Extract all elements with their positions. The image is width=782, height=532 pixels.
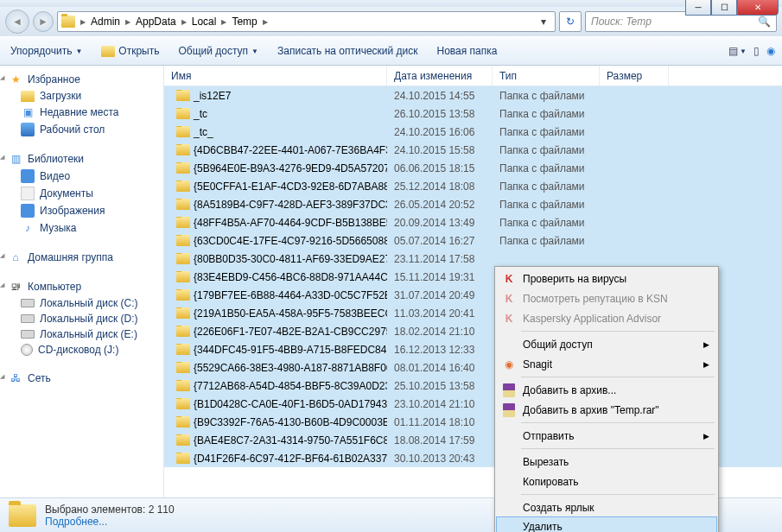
open-button[interactable]: Открыть [98,43,162,59]
table-row[interactable]: _tc_24.10.2015 16:06Папка с файлами [164,123,782,141]
new-folder-button[interactable]: Новая папка [434,43,501,59]
folder-icon [176,217,190,228]
column-headers: Имя Дата изменения Тип Размер [164,66,782,86]
folder-icon [176,344,190,355]
close-button[interactable]: ✕ [737,0,779,16]
table-row[interactable]: {5E0CFFA1-E1AF-4CD3-92E8-6D7ABA881...25.… [164,177,782,195]
file-name: {83E4EBD9-C456-4BC6-88D8-971AA44CC2... [194,271,387,283]
column-date[interactable]: Дата изменения [387,66,493,86]
search-icon: 🔍 [758,16,771,28]
file-date: 23.10.2014 21:10 [387,398,493,410]
ctx-add-archive[interactable]: Добавить в архив... [497,380,716,400]
back-button[interactable]: ◄ [5,10,29,34]
help-button[interactable]: ◉ [766,45,775,57]
burn-button[interactable]: Записать на оптический диск [274,43,422,59]
table-row[interactable]: _is12E724.10.2015 14:55Папка с файлами [164,86,782,104]
file-date: 08.01.2014 16:40 [387,362,493,374]
sidebar-libraries[interactable]: ▥Библиотеки [0,150,163,168]
sidebar-item-desktop[interactable]: Рабочий стол [0,121,163,138]
column-size[interactable]: Размер [600,66,669,86]
folder-icon [176,90,190,101]
ctx-copy[interactable]: Копировать [497,472,716,491]
folder-icon [176,126,190,137]
status-selected: Выбрано элементов: 2 110 [45,504,175,516]
table-row[interactable]: {5B964E0E-B9A3-4276-9ED9-4D5A572074...06… [164,159,782,177]
file-type: Папка с файлами [493,126,600,138]
ctx-cut[interactable]: Вырезать [497,452,716,472]
navbar: ◄ ► ▶ Admin▶ AppData▶ Local▶ Temp▶ ▾ ↻ П… [0,7,782,36]
file-type: Папка с файлами [493,217,600,229]
file-name: {5B964E0E-B9A3-4276-9ED9-4D5A572074... [194,162,387,174]
breadcrumb[interactable]: Temp [228,16,260,28]
table-row[interactable]: {4D6CBB47-22EE-4401-A067-7E36BA4F37...24… [164,141,782,159]
sidebar-homegroup[interactable]: ⌂Домашняя группа [0,249,163,266]
sidebar-favorites[interactable]: ★Избранное [0,71,163,88]
breadcrumb[interactable]: AppData [132,16,180,28]
file-date: 11.03.2014 20:41 [387,307,493,320]
table-row[interactable]: {48FF4B5A-AF70-4464-9CDF-B5B138BE5B...20… [164,213,782,231]
library-icon: ▥ [9,152,22,166]
ctx-snagit[interactable]: ◉Snagit▶ [497,354,716,374]
ctx-kaspersky-advisor: KKaspersky Application Advisor [497,308,716,328]
file-type: Папка с файлами [493,108,600,120]
folder-icon [176,144,190,155]
file-date: 18.02.2014 21:10 [387,326,493,338]
document-icon [21,187,35,200]
sidebar-item-images[interactable]: Изображения [0,202,163,219]
sidebar-item-drive-c[interactable]: Локальный диск (C:) [0,295,163,311]
column-name[interactable]: Имя [164,66,387,86]
file-date: 20.09.2014 13:49 [387,217,493,229]
folder-icon [176,362,190,373]
address-dropdown[interactable]: ▾ [536,16,551,28]
sidebar-item-music[interactable]: ♪Музыка [0,219,163,237]
sidebar-item-video[interactable]: Видео [0,168,163,185]
folder-icon [61,16,75,28]
refresh-button[interactable]: ↻ [559,11,582,32]
sidebar-item-drive-d[interactable]: Локальный диск (D:) [0,311,163,326]
image-icon [21,204,35,218]
sidebar-computer[interactable]: 🖳Компьютер [0,278,163,295]
ctx-send-to[interactable]: Отправить▶ [497,426,716,446]
minimize-button[interactable]: ─ [685,0,711,16]
sidebar-item-downloads[interactable]: Загрузки [0,88,163,104]
sidebar-network[interactable]: 🖧Сеть [0,370,163,387]
table-row[interactable]: _tc26.10.2015 13:58Папка с файлами [164,104,782,123]
ctx-share[interactable]: Общий доступ▶ [497,334,716,354]
file-name: {48FF4B5A-AF70-4464-9CDF-B5B138BE5B... [194,217,387,229]
table-row[interactable]: {8A5189B4-C9F7-428D-AEF3-389F37DC34...26… [164,195,782,213]
breadcrumb[interactable]: Local [188,16,220,28]
folder-icon [9,504,36,527]
file-date: 26.05.2014 20:52 [387,199,493,211]
folder-icon [176,271,190,282]
sidebar-item-documents[interactable]: Документы [0,185,163,202]
status-more-link[interactable]: Подробнее... [45,516,175,528]
file-name: {B1D0428C-CA0E-40F1-B6D5-0AD17943E... [194,398,387,410]
breadcrumb[interactable]: Admin [87,16,124,28]
ctx-shortcut[interactable]: Создать ярлык [497,497,716,517]
file-name: {344DFC45-91F5-4BB9-A715-B8FEDC84C232} [194,344,387,356]
file-date: 16.12.2013 12:33 [387,344,493,356]
maximize-button[interactable]: ☐ [711,0,737,16]
table-row[interactable]: {80BB0D35-30C0-4811-AF69-33ED9AE27...23.… [164,250,782,268]
organize-button[interactable]: Упорядочить ▼ [7,43,86,59]
preview-button[interactable]: ▯ [753,45,760,57]
table-row[interactable]: {63CD0C4E-17FE-4C97-9216-5D56650887...05… [164,231,782,250]
view-button[interactable]: ▤ ▼ [728,45,747,57]
file-name: _tc_ [194,126,213,138]
share-button[interactable]: Общий доступ ▼ [175,43,262,59]
ctx-delete[interactable]: Удалить [496,516,717,532]
folder-icon [176,453,190,464]
titlebar: ─ ☐ ✕ [0,0,782,7]
ctx-scan-viruses[interactable]: KПроверить на вирусы [497,269,716,288]
folder-icon [176,180,190,192]
forward-button[interactable]: ► [33,11,54,32]
file-date: 25.12.2014 18:08 [387,180,493,193]
column-type[interactable]: Тип [493,66,600,86]
sidebar-item-drive-e[interactable]: Локальный диск (E:) [0,326,163,342]
sidebar-item-cd[interactable]: CD-дисковод (J:) [0,342,163,358]
file-name: _tc [194,108,207,120]
sidebar-item-recent[interactable]: ▣Недавние места [0,104,163,121]
rar-icon [502,403,516,417]
address-bar[interactable]: ▶ Admin▶ AppData▶ Local▶ Temp▶ ▾ [57,11,556,32]
ctx-add-rar[interactable]: Добавить в архив "Temp.rar" [497,400,716,420]
